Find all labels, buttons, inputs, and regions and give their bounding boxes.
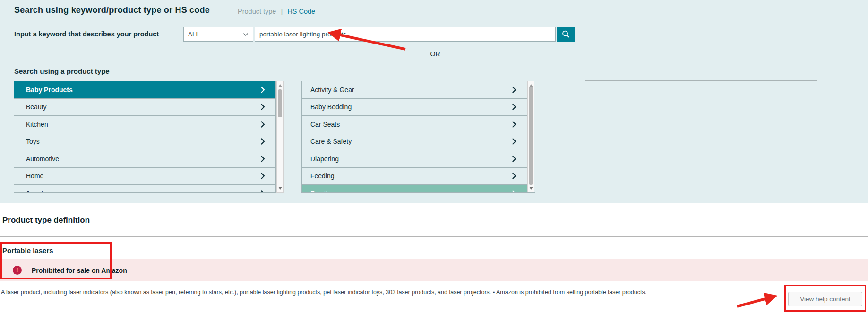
prohibited-banner — [0, 259, 868, 281]
list-item-beauty[interactable]: Beauty — [14, 99, 275, 116]
scrollbar-thumb[interactable] — [529, 87, 533, 185]
list-item-care-safety[interactable]: Care & Safety — [302, 133, 527, 151]
product-type-heading: Search using a product type — [14, 67, 110, 75]
list-item-home[interactable]: Home — [14, 168, 275, 185]
subtype-list-placeholder-line — [585, 80, 817, 81]
prohibited-badge-label: Prohibited for sale on Amazon — [32, 267, 127, 274]
keyword-search-label: Input a keyword that describes your prod… — [14, 30, 159, 38]
scroll-up-icon[interactable] — [278, 84, 282, 87]
page-title: Search using keyword/product type or HS … — [14, 5, 210, 15]
list-item-label: Furniture — [310, 190, 337, 193]
list-item-label: Baby Products — [26, 86, 73, 94]
or-divider-line — [0, 54, 422, 54]
list-item-label: Diapering — [310, 155, 339, 163]
list-item-toys[interactable]: Toys — [14, 133, 275, 151]
scroll-down-icon[interactable] — [278, 187, 282, 190]
page: Search using keyword/product type or HS … — [0, 0, 868, 314]
chevron-right-icon — [261, 87, 265, 93]
list-item-label: Automotive — [26, 155, 59, 163]
list-item-feeding[interactable]: Feeding — [302, 168, 527, 185]
list-item-baby-bedding[interactable]: Baby Bedding — [302, 99, 527, 116]
list-item-label: Beauty — [26, 103, 47, 111]
section-divider — [0, 236, 868, 237]
list-item-furniture[interactable]: Furniture — [302, 185, 527, 193]
search-button[interactable] — [557, 27, 575, 42]
list-item-baby-products[interactable]: Baby Products — [14, 81, 275, 99]
list-item-automotive[interactable]: Automotive — [14, 150, 275, 168]
category-list: Baby ProductsBeautyKitchenToysAutomotive… — [14, 81, 276, 193]
chevron-right-icon — [261, 104, 265, 110]
list-item-activity-gear[interactable]: Activity & Gear — [302, 81, 527, 99]
definition-heading: Product type definition — [2, 216, 90, 225]
list-item-label: Car Seats — [310, 121, 340, 128]
list-item-label: Activity & Gear — [310, 86, 354, 94]
chevron-right-icon — [512, 121, 516, 128]
list-item-jewelry[interactable]: Jewelry — [14, 185, 275, 193]
list-item-label: Baby Bedding — [310, 103, 352, 111]
list-item-label: Kitchen — [26, 121, 48, 128]
category-list-scrollbar[interactable] — [276, 81, 284, 193]
tab-hs-code[interactable]: HS Code — [287, 8, 315, 15]
or-divider-line — [447, 54, 502, 54]
category-dropdown[interactable]: ALL — [183, 27, 253, 42]
chevron-right-icon — [512, 173, 516, 179]
view-help-content-button[interactable]: View help content — [788, 292, 862, 306]
chevron-right-icon — [261, 121, 265, 128]
list-item-label: Jewelry — [26, 190, 48, 193]
scrollbar-thumb[interactable] — [278, 89, 282, 117]
chevron-right-icon — [261, 173, 265, 179]
subcategory-list-scrollbar[interactable] — [527, 81, 534, 192]
list-item-label: Home — [26, 172, 43, 180]
chevron-right-icon — [512, 104, 516, 110]
list-item-label: Toys — [26, 138, 40, 145]
tab-divider: | — [281, 7, 283, 15]
or-label: OR — [425, 50, 446, 58]
exclamation-circle-icon: ! — [13, 266, 22, 275]
product-definition-text: A laser product, including laser indicat… — [1, 289, 804, 296]
chevron-right-icon — [512, 87, 516, 93]
chevron-right-icon — [512, 190, 516, 193]
product-name: Portable lasers — [2, 246, 53, 254]
list-item-label: Feeding — [310, 172, 335, 180]
chevron-right-icon — [261, 138, 265, 145]
chevron-right-icon — [512, 138, 516, 145]
list-item-kitchen[interactable]: Kitchen — [14, 116, 275, 133]
list-item-diapering[interactable]: Diapering — [302, 150, 527, 168]
list-item-car-seats[interactable]: Car Seats — [302, 116, 527, 133]
chevron-down-icon — [243, 33, 249, 36]
tab-product-type[interactable]: Product type — [238, 8, 276, 15]
chevron-right-icon — [261, 190, 265, 193]
category-dropdown-value: ALL — [188, 31, 199, 38]
chevron-right-icon — [512, 156, 516, 162]
scroll-down-icon[interactable] — [529, 187, 533, 190]
chevron-right-icon — [261, 156, 265, 162]
list-item-label: Care & Safety — [310, 138, 352, 145]
view-switcher: Product type | HS Code — [238, 7, 315, 15]
search-icon — [561, 30, 570, 39]
keyword-input[interactable] — [255, 27, 556, 42]
subcategory-list: Activity & GearBaby BeddingCar SeatsCare… — [301, 81, 535, 193]
